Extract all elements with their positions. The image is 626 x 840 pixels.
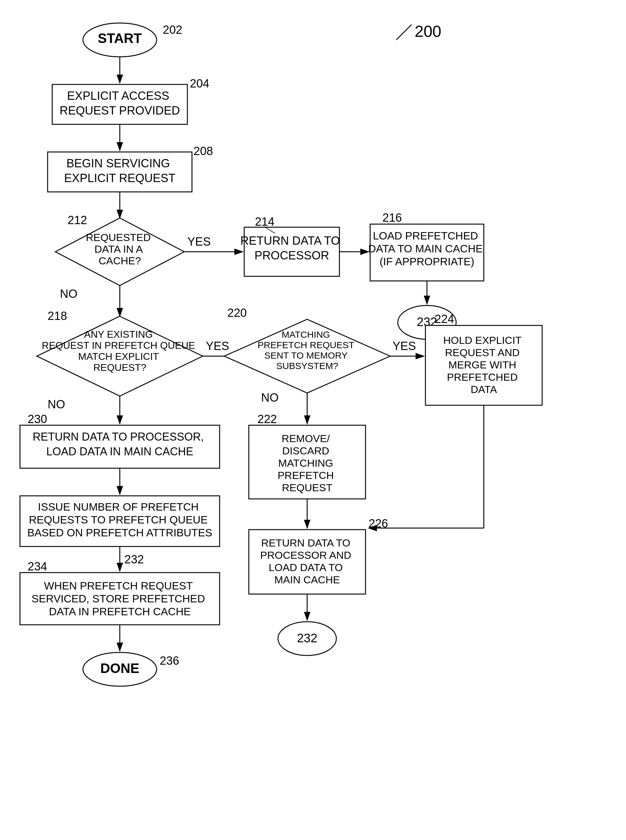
node-220-id: 220 bbox=[227, 306, 247, 319]
node-234-id: 234 bbox=[28, 560, 47, 573]
node-232b-label: 232 bbox=[297, 631, 318, 645]
node-216-label: LOAD PREFETCHED DATA TO MAIN CACHE (IF A… bbox=[368, 230, 486, 267]
node-234-label: WHEN PREFETCH REQUEST SERVICED, STORE PR… bbox=[31, 580, 208, 617]
node-222-id: 222 bbox=[257, 413, 277, 426]
svg-line-1 bbox=[396, 25, 412, 40]
node-204-id: 204 bbox=[190, 77, 209, 90]
node-224-id: 224 bbox=[435, 312, 454, 325]
no-label-212: NO bbox=[60, 287, 77, 300]
node-208-id: 208 bbox=[194, 145, 213, 158]
node-214-id: 214 bbox=[255, 215, 274, 228]
done-id: 236 bbox=[160, 654, 179, 667]
node-232-label-left: 232 bbox=[124, 553, 144, 566]
no-label-218: NO bbox=[48, 398, 65, 411]
no-label-220: NO bbox=[261, 391, 279, 404]
node-231-label: ISSUE NUMBER OF PREFETCH REQUESTS TO PRE… bbox=[27, 501, 212, 539]
node-230-id: 230 bbox=[28, 413, 47, 426]
yes-label-212: YES bbox=[187, 235, 211, 248]
diagram-label: 200 bbox=[415, 22, 441, 40]
yes-label-220: YES bbox=[393, 340, 416, 353]
node-222-label: REMOVE/ DISCARD MATCHING PREFETCH REQUES… bbox=[278, 432, 337, 493]
start-label: START bbox=[98, 31, 142, 46]
node-226-id: 226 bbox=[369, 517, 388, 530]
node-216-id: 216 bbox=[382, 211, 402, 224]
yes-label-218: YES bbox=[206, 340, 229, 353]
start-id: 202 bbox=[163, 23, 182, 36]
node-218-id: 218 bbox=[48, 309, 67, 322]
node-212-id: 212 bbox=[67, 214, 87, 226]
flowchart-diagram: 200 START 202 EXPLICIT ACCESS REQUEST PR… bbox=[0, 0, 626, 840]
done-label: DONE bbox=[100, 661, 139, 676]
